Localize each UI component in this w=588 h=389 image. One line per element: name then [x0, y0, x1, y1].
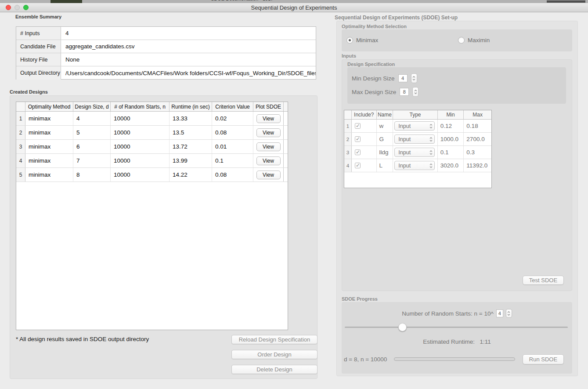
stepper-up-icon: [414, 90, 417, 91]
output-directory-value: /Users/candcook/Documents/CMACFiles/Work…: [61, 66, 316, 80]
ensemble-summary-table: # Inputs 4 Candidate File aggregate_cand…: [16, 26, 316, 80]
runtime-cell: 13.5: [170, 126, 212, 139]
column-header: Type: [393, 110, 437, 119]
run-sdoe-button[interactable]: Run SDOE: [523, 354, 564, 364]
input-name-cell: w: [377, 120, 393, 132]
row-header: Candidate File: [16, 40, 61, 53]
min-design-size-input[interactable]: 4: [398, 74, 408, 82]
table-row: 1 minimax 4 10000 13.33 0.02 View: [16, 112, 288, 126]
column-header: Optimality Method: [25, 102, 73, 111]
row-number: 1: [16, 112, 25, 125]
design-specification-groupbox: [347, 67, 566, 104]
column-header: Max: [464, 110, 491, 119]
column-header: Min: [438, 110, 464, 119]
random-starts-stepper[interactable]: [506, 309, 512, 318]
include-checkbox[interactable]: [355, 123, 361, 129]
criterion-cell: 0.01: [212, 140, 253, 153]
random-starts-input[interactable]: 4: [496, 309, 503, 317]
view-button[interactable]: View: [256, 114, 281, 123]
random-starts-cell: 10000: [111, 112, 170, 125]
ensemble-summary-label: Ensemble Summary: [15, 14, 61, 19]
table-row: Candidate File aggregate_candidates.csv: [16, 40, 316, 53]
results-note: * All design results saved in SDOE outpu…: [16, 336, 149, 342]
row-number: 4: [344, 159, 352, 172]
min-design-size-stepper[interactable]: [411, 73, 417, 83]
table-row: 2 minimax 5 10000 13.5 0.08 View: [16, 126, 288, 140]
corner-header: [16, 102, 25, 111]
row-header: Output Directory: [16, 66, 61, 80]
maximin-radio-label: Maximin: [468, 37, 490, 44]
slider-handle[interactable]: [398, 323, 407, 331]
min-cell: 0.12: [438, 120, 464, 132]
table-row: Output Directory /Users/candcook/Documen…: [16, 66, 316, 80]
num-inputs-value: 4: [61, 27, 316, 40]
minimax-radio[interactable]: Minimax: [346, 37, 378, 44]
row-number: 1: [344, 120, 352, 132]
sdoe-setup-title: Sequential Design of Experiments (SDOE) …: [335, 15, 458, 21]
random-starts-slider[interactable]: [345, 327, 568, 328]
type-dropdown[interactable]: Input: [394, 135, 435, 144]
estimated-runtime-label: Estimated Runtime:: [423, 338, 475, 345]
view-button[interactable]: View: [256, 142, 281, 151]
column-header: Include?: [352, 110, 377, 119]
design-size-cell: 8: [73, 168, 111, 182]
design-size-cell: 6: [73, 140, 111, 153]
run-parameters-label: d = 8, n = 10000: [344, 356, 387, 363]
min-cell: 3020.0: [438, 159, 464, 172]
delete-design-button[interactable]: Delete Design: [231, 365, 317, 374]
view-button[interactable]: View: [256, 171, 281, 179]
max-design-size-label: Max Design Size: [352, 89, 396, 95]
runtime-cell: 13.99: [170, 154, 212, 167]
table-row: 2 G Input 1000.0 2700.0: [344, 133, 491, 146]
optimality-method-label: Optimality Method Selection: [342, 24, 407, 29]
optimality-method-cell: minimax: [25, 154, 73, 167]
include-checkbox[interactable]: [355, 163, 361, 168]
row-number: 2: [344, 133, 352, 145]
row-number: 5: [16, 168, 25, 182]
table-row: 3 minimax 6 10000 13.72 0.01 View: [16, 140, 288, 154]
min-design-size-label: Min Design Size: [352, 75, 395, 82]
type-dropdown[interactable]: Input: [394, 121, 435, 131]
optimality-method-cell: minimax: [25, 126, 73, 139]
runtime-cell: 13.72: [170, 140, 212, 153]
max-design-size-input[interactable]: 8: [400, 88, 409, 96]
criterion-cell: 0.1: [212, 154, 253, 167]
column-header: Plot SDOE: [253, 102, 284, 111]
stepper-down-icon: [507, 314, 510, 316]
random-starts-cell: 10000: [111, 140, 170, 153]
max-design-size-stepper[interactable]: [412, 87, 418, 97]
random-starts-cell: 10000: [111, 168, 170, 182]
random-starts-label: Number of Random Starts: n = 10^: [402, 310, 494, 317]
maximin-radio[interactable]: Maximin: [458, 37, 490, 44]
type-dropdown-value: Input: [398, 163, 411, 169]
order-design-button[interactable]: Order Design: [231, 350, 317, 359]
include-checkbox[interactable]: [355, 149, 361, 155]
optimality-method-cell: minimax: [25, 168, 73, 182]
column-header: # of Random Starts, n: [111, 102, 170, 111]
table-header: Optimality Method Design Size, d # of Ra…: [16, 102, 288, 112]
radio-icon[interactable]: [346, 37, 353, 44]
criterion-cell: 0.08: [212, 168, 253, 182]
type-dropdown[interactable]: Input: [394, 148, 435, 157]
view-button[interactable]: View: [256, 128, 281, 137]
row-header: # Inputs: [16, 27, 61, 40]
inputs-label: Inputs: [342, 53, 356, 58]
minimax-radio-label: Minimax: [356, 37, 378, 44]
history-file-value: None: [61, 53, 316, 66]
stepper-up-icon: [507, 311, 510, 313]
background-thumbnail: [51, 0, 82, 3]
test-sdoe-button[interactable]: Test SDOE: [523, 276, 564, 285]
type-dropdown[interactable]: Input: [394, 161, 435, 170]
include-checkbox[interactable]: [355, 136, 361, 142]
table-row: History File None: [16, 53, 316, 66]
row-number: 4: [16, 154, 25, 167]
design-size-cell: 4: [73, 112, 111, 125]
design-size-cell: 7: [73, 154, 111, 167]
view-button[interactable]: View: [256, 156, 281, 165]
optimality-method-cell: minimax: [25, 112, 73, 125]
table-row: 4 minimax 7 10000 13.99 0.1 View: [16, 154, 288, 168]
radio-icon[interactable]: [458, 37, 465, 44]
window-titlebar: Sequential Design of Experiments: [0, 3, 588, 12]
reload-design-specification-button[interactable]: Reload Design Specification: [231, 335, 317, 344]
type-dropdown-value: Input: [398, 136, 411, 142]
